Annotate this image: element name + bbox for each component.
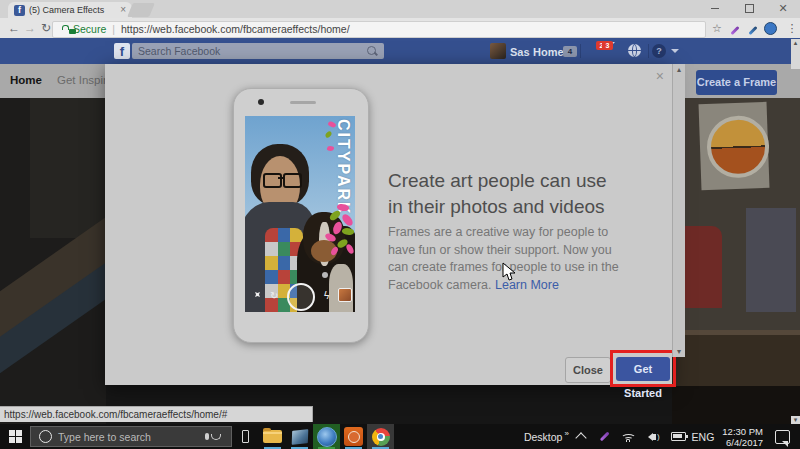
modal-close-icon[interactable]: × — [656, 69, 664, 83]
phone-illustration: CITYPARK — [233, 88, 369, 343]
scroll-down-icon[interactable]: ▾ — [673, 346, 685, 357]
new-tab-button[interactable] — [127, 3, 155, 17]
gallery-thumbnail-icon — [338, 288, 352, 302]
friend-requests-icon[interactable]: 2 — [585, 46, 603, 58]
browser-titlebar: f (5) Camera Effects × ✕ — [0, 0, 800, 18]
shutter-button-graphic — [287, 283, 315, 311]
volume-icon[interactable]: ) — [644, 432, 660, 441]
media-app-icon[interactable] — [313, 424, 340, 449]
browser-menu-icon[interactable]: ⋮ — [785, 22, 799, 35]
taskbar: Type here to search Desktop » ) ENG 12:3… — [0, 424, 800, 449]
scroll-up-icon[interactable]: ▴ — [673, 64, 685, 75]
window-maximize-button[interactable] — [740, 2, 758, 14]
omnibox-divider: | — [112, 23, 115, 35]
forward-button[interactable]: → — [22, 21, 38, 35]
facebook-search-input[interactable]: Search Facebook — [132, 43, 384, 59]
home-link[interactable]: Home — [533, 46, 564, 58]
bookmark-star-icon[interactable]: ☆ — [710, 22, 724, 35]
flip-camera-icon: ↻ — [270, 290, 278, 301]
get-started-button[interactable]: Get Started — [616, 357, 670, 381]
frame-text-graphic: CITYPARK — [335, 119, 351, 216]
address-bar[interactable]: Secure | https://web.facebook.com/fbcame… — [52, 21, 706, 38]
desktop-toolbar-label[interactable]: Desktop — [524, 431, 563, 443]
search-icon — [367, 46, 376, 55]
tab-close-icon[interactable]: × — [118, 5, 128, 15]
file-explorer-icon[interactable] — [259, 424, 286, 449]
home-badge: 4 — [563, 46, 577, 57]
tray-pen-icon[interactable] — [600, 432, 610, 442]
back-button[interactable]: ← — [6, 21, 22, 35]
start-button[interactable] — [0, 424, 30, 449]
window-close-button[interactable]: ✕ — [774, 2, 792, 14]
facebook-favicon-icon: f — [14, 5, 25, 16]
status-link-bubble: https://web.facebook.com/fbcameraeffects… — [0, 406, 313, 422]
clock[interactable]: 12:30 PM 6/4/2017 — [722, 426, 763, 448]
action-center-icon[interactable] — [775, 430, 790, 444]
windows-logo-icon — [9, 430, 22, 443]
extension-pen-icon[interactable] — [728, 22, 742, 35]
time-text: 12:30 PM — [722, 426, 763, 437]
close-button[interactable]: Close — [565, 357, 611, 383]
facebook-logo-icon[interactable]: f — [114, 43, 130, 59]
navbar-divider — [580, 44, 581, 58]
camera-controls-graphic: ↻ ϟ — [245, 281, 355, 312]
tab-title: (5) Camera Effects — [29, 5, 118, 15]
poster-artwork — [746, 208, 796, 312]
url-text: https://web.facebook.com/fbcameraeffects… — [121, 23, 350, 35]
phone-screen: CITYPARK — [245, 116, 355, 312]
profile-name-link[interactable]: Sas — [510, 46, 530, 58]
create-frame-modal: × — [105, 64, 672, 385]
recorder-app-icon[interactable] — [340, 424, 367, 449]
mouse-cursor — [502, 262, 516, 281]
glasses-graphic — [263, 173, 282, 188]
hidden-icons-chevron[interactable] — [575, 432, 586, 443]
desktop-expand-glyph[interactable]: » — [564, 429, 568, 438]
messages-badge: 3 — [602, 41, 613, 50]
modal-headline: Create art people can use in their photo… — [388, 168, 607, 220]
background-photo-left — [0, 98, 106, 424]
photos-app-icon[interactable] — [286, 424, 313, 449]
extension-circle-icon[interactable] — [763, 22, 777, 35]
effects-icon — [253, 290, 263, 300]
account-menu-caret-icon[interactable] — [671, 44, 679, 57]
screen: f (5) Camera Effects × ✕ ← → ↻ Secure | … — [0, 0, 800, 449]
modal-scrollbar[interactable]: ▴ ▾ — [672, 64, 685, 357]
network-icon[interactable] — [621, 432, 634, 442]
profile-avatar[interactable] — [490, 43, 506, 59]
help-icon[interactable]: ? — [652, 44, 666, 58]
sun-artwork — [699, 102, 770, 190]
background-photo-right — [672, 98, 800, 424]
facebook-search-placeholder: Search Facebook — [138, 45, 220, 57]
microphone-icon — [205, 433, 209, 440]
chrome-icon[interactable] — [367, 424, 394, 449]
tab-home[interactable]: Home — [10, 74, 42, 86]
secure-label: Secure — [73, 23, 106, 35]
browser-tab[interactable]: f (5) Camera Effects × — [8, 2, 132, 18]
date-text: 6/4/2017 — [726, 437, 763, 448]
taskbar-search-input[interactable]: Type here to search — [30, 426, 232, 447]
navbar-divider — [648, 44, 649, 58]
secure-lock-icon — [53, 23, 69, 36]
phone-camera-dot — [258, 99, 264, 105]
flash-icon: ϟ — [324, 290, 329, 301]
taskbar-search-placeholder: Type here to search — [58, 431, 151, 443]
page-scrollbar-bottom[interactable]: ▾ — [791, 416, 800, 424]
cortana-icon — [39, 430, 52, 443]
language-indicator[interactable]: ENG — [692, 431, 715, 443]
phone-speaker — [290, 101, 316, 104]
task-view-button[interactable] — [232, 424, 259, 449]
create-frame-button[interactable]: Create a Frame — [696, 70, 777, 95]
notifications-globe-icon[interactable] — [628, 44, 641, 57]
battery-icon[interactable] — [671, 432, 686, 441]
window-minimize-button[interactable] — [706, 2, 724, 14]
modal-body: Frames are a creative way for people to … — [388, 224, 630, 294]
extension-eyedropper-icon[interactable] — [746, 22, 760, 35]
page-scrollbar-top[interactable]: ▴ — [791, 39, 800, 69]
